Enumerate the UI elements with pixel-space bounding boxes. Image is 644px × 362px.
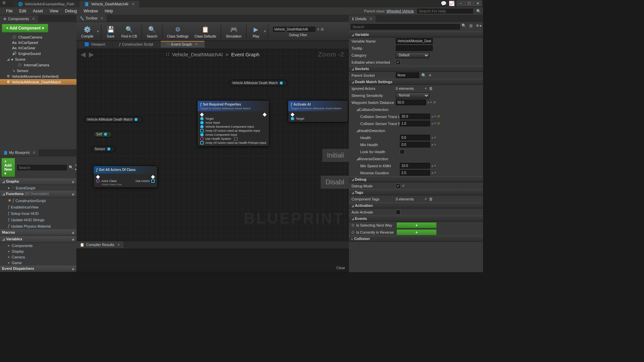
node-activate-ai[interactable]: fActivate AITarget is Vehicle AIModule D… (288, 100, 348, 122)
component-item[interactable]: 🎥InternalCamera (0, 62, 76, 68)
search-button[interactable]: 🔍Search (144, 23, 160, 40)
variables-section[interactable]: ◢Variables+ (0, 236, 76, 243)
find-in-cb-button[interactable]: 🔍Find in CB (119, 23, 140, 40)
parent-socket-input[interactable] (396, 72, 419, 78)
add-component-button[interactable]: + Add Component ▾ (2, 24, 48, 33)
minimize-button[interactable]: ─ (457, 1, 465, 6)
close-icon[interactable]: × (33, 150, 35, 155)
self-node[interactable]: Self (93, 131, 112, 137)
comment-box[interactable]: Disabl (321, 176, 349, 189)
tab-construction[interactable]: fConstruction Script (113, 41, 160, 48)
eye-icon[interactable]: 👁▾ (476, 23, 482, 30)
component-item[interactable]: ↘Sensor (0, 68, 76, 73)
variable-node[interactable]: Sensor (92, 146, 115, 152)
myblueprint-tab[interactable]: 📘My Blueprint× (0, 149, 39, 156)
component-item[interactable]: 🔊EngineSound (0, 51, 76, 56)
variable-category[interactable]: ▸Components (0, 243, 76, 248)
debug-section[interactable]: ◢Debug (349, 176, 483, 182)
save-button[interactable]: 💾Save (103, 23, 118, 40)
reverse-duration-input[interactable] (400, 170, 430, 176)
component-item-selected[interactable]: ⚙VehicleAIModule_DeathMatch (0, 79, 76, 85)
variable-category[interactable]: ▸Game (0, 260, 76, 265)
menu-debug[interactable]: Debug (62, 7, 80, 15)
close-icon[interactable]: × (101, 15, 103, 21)
reset-icon[interactable]: ↺ (402, 184, 405, 188)
close-icon[interactable]: × (117, 242, 120, 247)
tooltip-input[interactable] (396, 45, 433, 51)
parent-class-link[interactable]: Wheeled Vehicle (386, 9, 414, 13)
deathmatch-section[interactable]: ◢Death Match Settings (349, 79, 483, 85)
locate-icon[interactable]: ⊙ (321, 27, 324, 32)
min-speed-input[interactable] (400, 163, 430, 169)
component-item[interactable]: AaInCarSpeed (0, 40, 76, 45)
graph-item[interactable]: ▸∷EventGraph (0, 185, 76, 191)
search-icon[interactable]: 🔍 (421, 73, 426, 78)
add-icon[interactable]: + (425, 197, 427, 201)
node-set-required-properties[interactable]: fSet Required PropertiesTarget is Vehicl… (197, 100, 269, 146)
add-new-button[interactable]: + Add New ▾ (1, 158, 15, 177)
category-select[interactable]: Default (396, 52, 429, 58)
menu-file[interactable]: File (3, 7, 16, 15)
tab-viewport[interactable]: 🟦Viewport (78, 41, 112, 48)
nav-back-button[interactable]: ◀ (80, 50, 86, 58)
steering-select[interactable]: Normal (396, 93, 429, 99)
close-icon[interactable]: × (32, 16, 35, 21)
editable-checkbox[interactable]: ✔ (396, 60, 400, 65)
tab-level[interactable]: 🌐VehicleAdvExampleMap_Path (13, 1, 79, 7)
functions-section[interactable]: ◢Functions (21 Overridable)+ (0, 191, 76, 197)
tab-event-graph[interactable]: ∷Event Graph× (161, 41, 205, 48)
collision-subsection[interactable]: CollisionDetection (359, 108, 388, 112)
maximize-button[interactable]: ☐ (465, 1, 473, 6)
close-button[interactable]: ✕ (474, 1, 482, 6)
function-item[interactable]: ✱fConstructionScript (0, 197, 76, 204)
macros-section[interactable]: Macros+ (0, 229, 76, 236)
variable-name-input[interactable] (396, 38, 433, 44)
function-item[interactable]: fSetup Incar HUD (0, 210, 76, 217)
close-icon[interactable]: × (195, 42, 198, 47)
add-button[interactable]: + (72, 237, 74, 242)
variable-section[interactable]: ◢Variable (349, 32, 483, 38)
add-button[interactable]: + (72, 179, 74, 185)
debug-mode-checkbox[interactable]: ✔ (396, 184, 400, 188)
auto-activate-checkbox[interactable] (396, 210, 400, 215)
component-item[interactable]: ⚙VehicleMovement (Inherited) (0, 73, 76, 79)
matrix-icon[interactable]: ⊞ (469, 23, 473, 30)
add-button[interactable]: + (72, 230, 74, 236)
notification-icon[interactable]: 💬 (441, 1, 446, 6)
add-button[interactable]: + (72, 266, 74, 272)
add-button[interactable]: + (72, 192, 74, 197)
blueprint-search-input[interactable] (16, 164, 67, 171)
component-item[interactable]: 🎥ChaseCamera (0, 34, 76, 40)
search-icon[interactable]: 🔍 (476, 9, 481, 13)
reset-icon[interactable]: ↺ (433, 101, 436, 104)
variable-category[interactable]: ▸Camera (0, 254, 76, 260)
events-section[interactable]: ◢Events (349, 216, 483, 222)
menu-edit[interactable]: Edit (16, 7, 30, 15)
breadcrumb-bp[interactable]: Vehicle_DeathMatchAI (172, 52, 223, 57)
function-item[interactable]: fUpdate Physics Material (0, 223, 76, 229)
clear-button[interactable]: Clear (336, 266, 345, 270)
sockets-section[interactable]: ◢Sockets (349, 66, 483, 72)
variable-category[interactable]: ▸Display (0, 248, 76, 254)
details-tab[interactable]: ℹDetails× (349, 15, 376, 22)
menu-view[interactable]: View (46, 7, 62, 15)
compiler-results-tab[interactable]: 📋Compiler Results× (76, 241, 123, 248)
reverse-subsection[interactable]: ReverseDetection (359, 157, 388, 161)
dispatchers-section[interactable]: Event Dispatchers+ (0, 265, 76, 272)
component-item[interactable]: ◢●Scene (0, 56, 76, 62)
tab-blueprint[interactable]: 📘Vehicle_DeathMatchAI× (79, 1, 139, 7)
variable-node[interactable]: Vehicle AIModule Death Match (229, 80, 288, 86)
details-search-input[interactable] (350, 23, 461, 30)
clear-icon[interactable]: ✕ (428, 73, 432, 78)
graphs-section[interactable]: ◢Graphs+ (0, 178, 76, 185)
tags-section[interactable]: ◢Tags (349, 189, 483, 195)
look-health-checkbox[interactable] (400, 149, 405, 154)
health-input[interactable] (400, 135, 430, 140)
reset-icon[interactable]: ↺ (437, 115, 440, 118)
trash-icon[interactable]: 🗑 (429, 197, 433, 201)
simulation-button[interactable]: 🎮Simulation (223, 23, 244, 40)
add-event-button[interactable]: + (396, 229, 437, 235)
search-help-input[interactable] (417, 8, 474, 14)
event-graph-canvas[interactable]: ◀ ▶ ∷ Vehicle_DeathMatchAI > Event Graph… (76, 48, 349, 241)
comment-box[interactable]: Initiali (322, 149, 349, 162)
